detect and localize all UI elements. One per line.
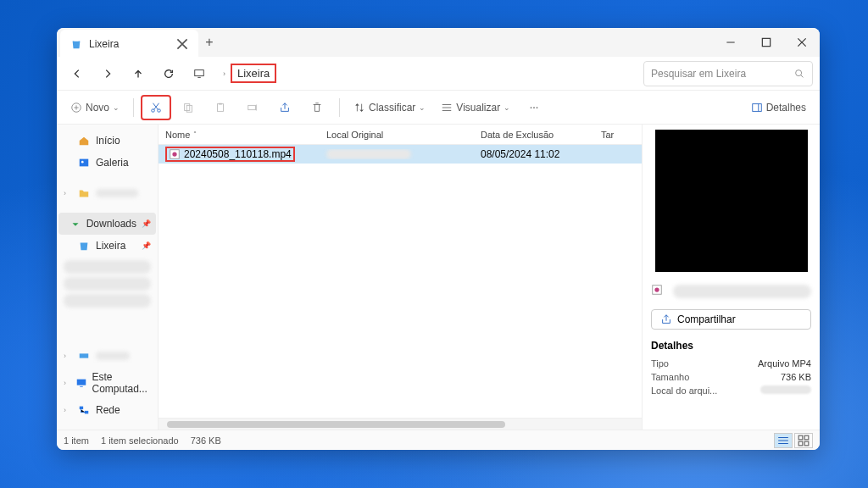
svg-rect-1 bbox=[195, 69, 204, 75]
svg-point-11 bbox=[531, 107, 532, 108]
toolbar: Novo ⌄ Classificar ⌄ Visualiza bbox=[57, 91, 820, 125]
svg-rect-14 bbox=[752, 103, 761, 111]
details-pane: Compartilhar Detalhes TipoArquivo MP4 Ta… bbox=[642, 125, 820, 430]
expand-icon[interactable]: › bbox=[64, 379, 70, 387]
view-toggle-details[interactable] bbox=[774, 433, 793, 448]
cut-button[interactable] bbox=[141, 95, 171, 120]
chevron-down-icon: ⌄ bbox=[504, 103, 510, 112]
expand-icon[interactable]: › bbox=[64, 352, 72, 360]
up-button[interactable] bbox=[125, 60, 152, 87]
downloads-icon bbox=[70, 217, 81, 230]
network-icon bbox=[77, 403, 91, 417]
svg-rect-19 bbox=[80, 407, 83, 410]
sidebar-item-recycle[interactable]: Lixeira 📌 bbox=[58, 235, 156, 257]
svg-rect-8 bbox=[218, 103, 224, 111]
sort-button[interactable]: Classificar ⌄ bbox=[347, 95, 432, 120]
svg-rect-15 bbox=[80, 159, 89, 167]
svg-point-22 bbox=[172, 152, 176, 156]
column-deleted[interactable]: Data de Exclusão bbox=[474, 130, 594, 140]
svg-rect-10 bbox=[248, 105, 256, 109]
share-icon bbox=[660, 313, 672, 325]
more-button[interactable] bbox=[519, 95, 549, 120]
expand-icon[interactable]: › bbox=[64, 406, 72, 414]
status-item-count: 1 item bbox=[64, 435, 89, 446]
expand-icon[interactable]: › bbox=[64, 189, 72, 197]
file-area: Nome ˄ Local Original Data de Exclusão T… bbox=[159, 125, 820, 430]
column-name[interactable]: Nome ˄ bbox=[159, 130, 320, 140]
svg-point-16 bbox=[81, 161, 84, 164]
tab-lixeira[interactable]: Lixeira bbox=[60, 30, 198, 58]
search-placeholder: Pesquisar em Lixeira bbox=[651, 68, 793, 80]
forward-button[interactable] bbox=[94, 60, 121, 87]
sort-indicator-icon: ˄ bbox=[193, 130, 197, 138]
trash-icon bbox=[311, 102, 323, 114]
video-file-icon bbox=[651, 284, 666, 299]
maximize-button[interactable] bbox=[748, 28, 784, 57]
new-tab-button[interactable]: + bbox=[205, 35, 213, 50]
share-button[interactable] bbox=[270, 95, 300, 120]
sidebar-item-thispc[interactable]: › Este Computad... bbox=[58, 367, 156, 399]
status-size: 736 KB bbox=[191, 435, 221, 446]
sidebar-item-folder[interactable]: › bbox=[58, 182, 156, 204]
search-icon bbox=[793, 68, 805, 80]
rename-button[interactable] bbox=[237, 95, 268, 120]
recycle-bin-icon bbox=[77, 239, 91, 252]
delete-button[interactable] bbox=[302, 95, 332, 120]
sidebar-item-home[interactable]: Início bbox=[58, 130, 156, 152]
breadcrumb-current[interactable]: Lixeira bbox=[231, 64, 276, 83]
file-row[interactable]: 20240508_110118.mp4 08/05/2024 11:02 bbox=[159, 145, 642, 164]
svg-point-24 bbox=[654, 287, 659, 291]
close-window-button[interactable] bbox=[784, 28, 820, 57]
minimize-button[interactable] bbox=[713, 28, 748, 57]
chevron-down-icon: ⌄ bbox=[113, 103, 120, 112]
file-rows[interactable]: 20240508_110118.mp4 08/05/2024 11:02 bbox=[159, 145, 642, 418]
svg-rect-0 bbox=[762, 38, 770, 46]
file-name-cell: 20240508_110118.mp4 bbox=[159, 147, 320, 162]
copy-icon bbox=[182, 102, 194, 114]
file-deleted-cell: 08/05/2024 11:02 bbox=[474, 148, 594, 160]
navbar: › Lixeira Pesquisar em Lixeira bbox=[57, 57, 820, 91]
view-button[interactable]: Visualizar ⌄ bbox=[434, 95, 517, 120]
back-button[interactable] bbox=[64, 60, 91, 87]
column-original[interactable]: Local Original bbox=[320, 130, 474, 140]
view-toggle-icons[interactable] bbox=[794, 433, 813, 448]
titlebar: Lixeira + bbox=[57, 28, 820, 57]
sidebar-item-drive[interactable]: › bbox=[58, 345, 156, 367]
svg-rect-27 bbox=[798, 441, 803, 446]
video-file-icon bbox=[169, 148, 181, 160]
svg-point-12 bbox=[533, 107, 535, 108]
details-pane-button[interactable]: Detalhes bbox=[744, 95, 813, 120]
rename-icon bbox=[247, 102, 259, 114]
share-button[interactable]: Compartilhar bbox=[651, 309, 811, 330]
column-headers: Nome ˄ Local Original Data de Exclusão T… bbox=[159, 125, 642, 145]
close-tab-icon[interactable] bbox=[176, 38, 188, 50]
sort-icon bbox=[353, 102, 365, 114]
chevron-right-icon: › bbox=[223, 69, 225, 78]
new-button[interactable]: Novo ⌄ bbox=[64, 95, 126, 120]
horizontal-scrollbar[interactable] bbox=[159, 418, 642, 430]
copy-button[interactable] bbox=[173, 95, 203, 120]
refresh-button[interactable] bbox=[155, 60, 182, 87]
monitor-icon[interactable] bbox=[186, 60, 213, 87]
sidebar-item-gallery[interactable]: Galeria bbox=[58, 152, 156, 174]
sidebar-item-downloads[interactable]: Downloads 📌 bbox=[58, 213, 156, 235]
navigation-sidebar: Início Galeria › Downloads 📌 bbox=[57, 125, 159, 430]
status-selected-count: 1 item selecionado bbox=[101, 435, 179, 446]
statusbar: 1 item 1 item selecionado 736 KB bbox=[57, 430, 820, 450]
address-bar[interactable]: › Lixeira bbox=[216, 61, 640, 86]
svg-point-2 bbox=[796, 69, 802, 75]
recycle-bin-icon bbox=[70, 38, 82, 50]
svg-rect-28 bbox=[804, 441, 809, 446]
drive-icon bbox=[77, 349, 91, 363]
sidebar-item-network[interactable]: › Rede bbox=[58, 399, 156, 421]
file-original-cell bbox=[320, 149, 474, 159]
tab-title: Lixeira bbox=[89, 38, 119, 50]
view-icon bbox=[441, 102, 453, 114]
gallery-icon bbox=[77, 156, 91, 169]
details-section-title: Detalhes bbox=[651, 340, 811, 352]
computer-icon bbox=[75, 376, 87, 390]
paste-button[interactable] bbox=[205, 95, 236, 120]
file-list: Nome ˄ Local Original Data de Exclusão T… bbox=[159, 125, 642, 430]
column-size[interactable]: Tar bbox=[594, 130, 642, 140]
search-input[interactable]: Pesquisar em Lixeira bbox=[643, 61, 813, 86]
